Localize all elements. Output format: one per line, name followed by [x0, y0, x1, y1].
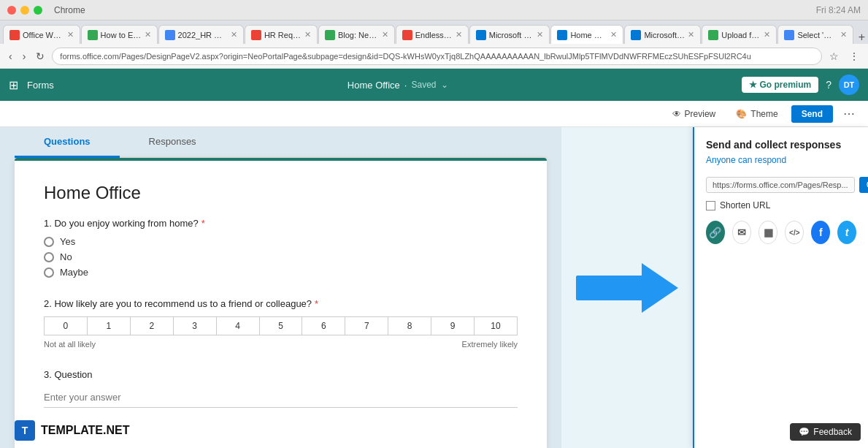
tab-questions[interactable]: Questions	[15, 127, 120, 158]
tab-office-workers[interactable]: Office Workers... ✕	[3, 25, 80, 44]
help-icon[interactable]: ?	[826, 79, 831, 91]
address-bar[interactable]: forms.office.com/Pages/DesignPageV2.aspx…	[52, 48, 822, 65]
question-1-option-no[interactable]: No	[44, 251, 518, 262]
more-button[interactable]: ⋮	[846, 49, 862, 64]
address-text: forms.office.com/Pages/DesignPageV2.aspx…	[60, 52, 750, 61]
tab-close-5[interactable]: ✕	[382, 30, 388, 39]
share-embed-button[interactable]: </>	[785, 221, 804, 244]
minimize-dot[interactable]	[20, 6, 29, 15]
rating-9[interactable]: 9	[431, 317, 475, 335]
tab-select[interactable]: Select 'Collect... ✕	[777, 25, 853, 44]
header-right: ★ Go premium ? DT	[742, 75, 859, 95]
tab-responses[interactable]: Responses	[120, 127, 226, 158]
radio-maybe[interactable]	[44, 267, 54, 278]
question-2-label: 2. How likely are you to recommend us to…	[44, 298, 518, 309]
tab-close-2[interactable]: ✕	[145, 30, 151, 39]
embed-icon: </>	[789, 229, 799, 237]
rating-label-high: Extremely likely	[462, 340, 518, 349]
arrow-body	[576, 276, 642, 300]
tab-favicon-2	[88, 30, 98, 40]
tab-favicon-11	[784, 30, 794, 40]
tab-close-7[interactable]: ✕	[537, 30, 543, 39]
premium-star-icon: ★	[749, 80, 757, 90]
share-icons-row: 🔗 ✉ ▦ </> f t	[706, 221, 856, 244]
tab-hr-requests[interactable]: HR Requests ✕	[245, 25, 318, 44]
facebook-icon: f	[819, 227, 823, 238]
tab-ms-access[interactable]: Microsoft Acce... ✕	[624, 25, 701, 44]
rating-8[interactable]: 8	[388, 317, 431, 335]
question-2-block: 2. How likely are you to recommend us to…	[44, 298, 518, 349]
theme-label: Theme	[750, 109, 777, 119]
tab-close-1[interactable]: ✕	[67, 30, 74, 39]
rating-0[interactable]: 0	[45, 317, 88, 335]
forward-button[interactable]: ›	[20, 49, 29, 64]
bookmark-button[interactable]: ☆	[826, 49, 842, 64]
close-dot[interactable]	[7, 6, 16, 15]
shorten-label: Shorten URL	[720, 200, 770, 210]
reload-button[interactable]: ↻	[33, 49, 47, 64]
question-1-label: 1. Do you enjoy working from home? *	[44, 218, 518, 229]
preview-label: Preview	[685, 109, 716, 119]
tab-favicon-5	[325, 30, 335, 40]
share-facebook-button[interactable]: f	[811, 221, 830, 244]
rating-6[interactable]: 6	[302, 317, 345, 335]
question-1-option-yes[interactable]: Yes	[44, 236, 518, 247]
waffle-icon[interactable]: ⊞	[9, 78, 18, 92]
header-saved-chevron[interactable]: ⌄	[441, 80, 448, 90]
tab-endless[interactable]: Endless Surf... ✕	[396, 25, 469, 44]
send-button[interactable]: Send	[791, 105, 833, 123]
form-card: Home Office 1. Do you enjoy working from…	[15, 158, 547, 448]
rating-4[interactable]: 4	[216, 317, 259, 335]
question-1-block: 1. Do you enjoy working from home? * Yes…	[44, 218, 518, 278]
go-premium-button[interactable]: ★ Go premium	[742, 77, 819, 93]
tab-close-4[interactable]: ✕	[304, 30, 311, 39]
tab-close-10[interactable]: ✕	[764, 30, 770, 39]
tab-close-11[interactable]: ✕	[840, 30, 847, 39]
arrow-shape-container	[576, 263, 678, 313]
rating-7[interactable]: 7	[345, 317, 388, 335]
share-qr-button[interactable]: ▦	[758, 221, 777, 244]
share-email-button[interactable]: ✉	[732, 221, 751, 244]
radio-no[interactable]	[44, 252, 54, 262]
tab-home-office[interactable]: Home Office ✕	[550, 25, 623, 44]
radio-yes[interactable]	[44, 237, 54, 247]
share-link-button[interactable]: 🔗	[706, 221, 725, 244]
tab-how-to[interactable]: How to Enable... ✕	[81, 25, 158, 44]
mac-title: Chrome	[54, 5, 810, 15]
panel-subtitle[interactable]: Anyone can respond	[706, 155, 856, 165]
preview-button[interactable]: 👁 Preview	[665, 106, 723, 122]
option-yes-label: Yes	[60, 236, 75, 247]
tab-close-8[interactable]: ✕	[610, 30, 617, 39]
maximize-dot[interactable]	[34, 6, 42, 15]
rating-3[interactable]: 3	[173, 317, 216, 335]
rating-10[interactable]: 10	[475, 317, 518, 335]
rating-1[interactable]: 1	[87, 317, 130, 335]
new-tab-button[interactable]: +	[859, 31, 865, 44]
tab-hr-requests-2022[interactable]: 2022_HR Reques... ✕	[158, 25, 244, 44]
tab-label-4: HR Requests	[264, 31, 302, 39]
tab-close-9[interactable]: ✕	[688, 30, 694, 39]
feedback-button[interactable]: 💬 Feedback	[790, 423, 861, 441]
rating-2[interactable]: 2	[130, 317, 173, 335]
tab-label-2: How to Enable...	[101, 31, 142, 39]
tab-blog[interactable]: Blog: New Key... ✕	[318, 25, 395, 44]
rating-5[interactable]: 5	[259, 317, 302, 335]
tab-close-6[interactable]: ✕	[456, 30, 462, 39]
share-twitter-button[interactable]: t	[837, 221, 856, 244]
back-button[interactable]: ‹	[6, 49, 15, 64]
twitter-icon: t	[845, 227, 849, 238]
question-1-option-maybe[interactable]: Maybe	[44, 267, 518, 278]
tab-ms-forms[interactable]: Microsoft Forms... ✕	[469, 25, 550, 44]
theme-button[interactable]: 🎨 Theme	[729, 106, 785, 122]
tab-label-7: Microsoft Forms...	[489, 31, 534, 39]
question-3-text-input[interactable]	[44, 387, 518, 408]
tab-label-3: 2022_HR Reques...	[178, 31, 228, 39]
option-no-label: No	[60, 251, 72, 262]
mac-titlebar: Chrome Fri 8:24 AM	[0, 0, 868, 20]
tab-upload[interactable]: Upload files in... ✕	[702, 25, 777, 44]
tab-label-6: Endless Surf...	[415, 31, 453, 39]
tab-close-3[interactable]: ✕	[231, 30, 237, 39]
shorten-checkbox[interactable]	[706, 201, 715, 210]
more-options-icon[interactable]: ⋯	[839, 105, 859, 122]
copy-button[interactable]: Copy	[859, 177, 868, 193]
